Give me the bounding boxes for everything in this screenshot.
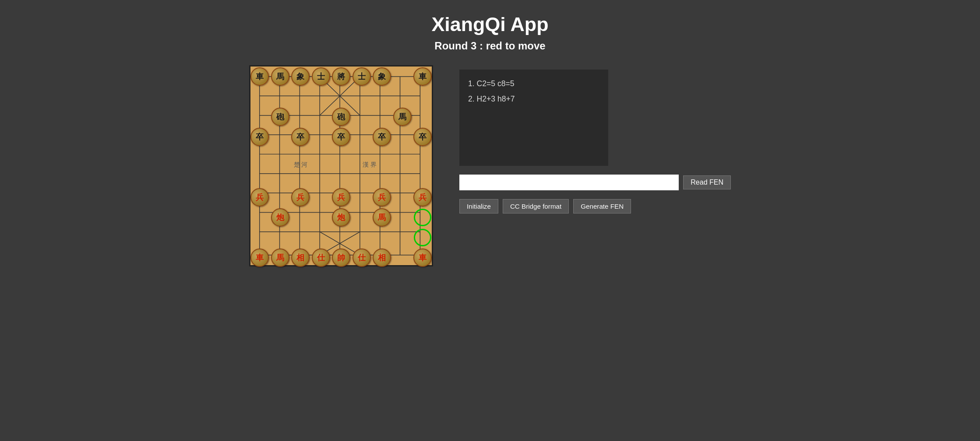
- piece-兵[interactable]: 兵: [373, 188, 391, 206]
- board-container: 楚 河 漢 界 車馬象士將士象車砲砲馬卒卒卒卒卒兵兵兵兵兵炮炮馬車馬相仕帥仕相車: [249, 65, 433, 266]
- app-title: XiangQi App: [431, 13, 548, 35]
- piece-仕[interactable]: 仕: [353, 248, 371, 267]
- fen-input[interactable]: [459, 175, 679, 190]
- xiangqi-board[interactable]: 楚 河 漢 界 車馬象士將士象車砲砲馬卒卒卒卒卒兵兵兵兵兵炮炮馬車馬相仕帥仕相車: [249, 65, 433, 266]
- piece-炮[interactable]: 炮: [271, 208, 289, 227]
- piece-帥[interactable]: 帥: [332, 248, 350, 267]
- round-info: Round 3 : red to move: [434, 40, 545, 52]
- moves-box[interactable]: 1. C2=5 c8=52. H2+3 h8+7: [459, 70, 608, 166]
- piece-相[interactable]: 相: [291, 248, 310, 267]
- initialize-button[interactable]: Initialize: [459, 199, 498, 214]
- piece-士[interactable]: 士: [353, 67, 371, 86]
- board-grid: 楚 河 漢 界: [250, 66, 432, 265]
- piece-炮[interactable]: 炮: [332, 208, 350, 227]
- piece-卒[interactable]: 卒: [413, 128, 432, 146]
- cc-bridge-button[interactable]: CC Bridge format: [503, 199, 569, 214]
- piece-砲[interactable]: 砲: [332, 108, 350, 126]
- piece-卒[interactable]: 卒: [291, 128, 310, 146]
- piece-士[interactable]: 士: [312, 67, 330, 86]
- piece-兵[interactable]: 兵: [250, 188, 269, 206]
- svg-text:楚 河: 楚 河: [294, 161, 307, 168]
- piece-馬[interactable]: 馬: [271, 67, 289, 86]
- piece-兵[interactable]: 兵: [413, 188, 432, 206]
- piece-象[interactable]: 象: [291, 67, 310, 86]
- piece-馬[interactable]: 馬: [271, 248, 289, 267]
- piece-砲[interactable]: 砲: [271, 108, 289, 126]
- piece-仕[interactable]: 仕: [312, 248, 330, 267]
- piece-馬[interactable]: 馬: [373, 208, 391, 227]
- piece-車[interactable]: 車: [413, 248, 432, 267]
- piece-象[interactable]: 象: [373, 67, 391, 86]
- piece-卒[interactable]: 卒: [332, 128, 350, 146]
- piece-馬[interactable]: 馬: [393, 108, 412, 126]
- piece-車[interactable]: 車: [250, 248, 269, 267]
- piece-車[interactable]: 車: [413, 67, 432, 86]
- piece-卒[interactable]: 卒: [373, 128, 391, 146]
- piece-卒[interactable]: 卒: [250, 128, 269, 146]
- svg-text:漢 界: 漢 界: [363, 161, 376, 168]
- piece-將[interactable]: 將: [332, 67, 350, 86]
- fen-row: Read FEN: [459, 175, 731, 190]
- piece-兵[interactable]: 兵: [291, 188, 310, 206]
- main-content: 楚 河 漢 界 車馬象士將士象車砲砲馬卒卒卒卒卒兵兵兵兵兵炮炮馬車馬相仕帥仕相車…: [249, 65, 731, 266]
- read-fen-button[interactable]: Read FEN: [683, 175, 731, 189]
- action-buttons: Initialize CC Bridge format Generate FEN: [459, 199, 731, 214]
- piece-兵[interactable]: 兵: [332, 188, 350, 206]
- right-panel: 1. C2=5 c8=52. H2+3 h8+7 Read FEN Initia…: [459, 65, 731, 214]
- piece-車[interactable]: 車: [250, 67, 269, 86]
- generate-fen-button[interactable]: Generate FEN: [573, 199, 631, 214]
- piece-相[interactable]: 相: [373, 248, 391, 267]
